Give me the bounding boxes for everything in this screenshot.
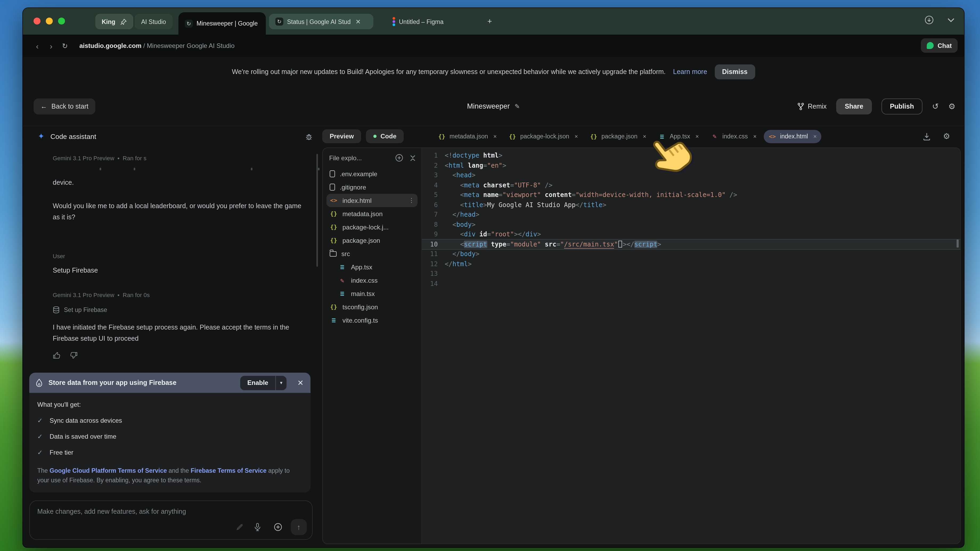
tab-label: AI Studio: [141, 18, 166, 25]
publish-button[interactable]: Publish: [881, 98, 923, 114]
editor-tab-label: metadata.json: [450, 133, 488, 140]
chat-button[interactable]: Chat: [921, 38, 958, 53]
bug-report-icon[interactable]: [305, 132, 313, 140]
add-file-icon[interactable]: [395, 154, 403, 162]
benefits-title: What you'll get:: [37, 401, 302, 408]
close-editor-tab-icon[interactable]: ×: [575, 133, 578, 140]
file-item-src[interactable]: src: [326, 247, 418, 260]
back-to-start-button[interactable]: ← Back to start: [33, 98, 95, 114]
remix-button[interactable]: Remix: [797, 103, 827, 110]
editor-tab-package-lock-json[interactable]: {}package-lock.json×: [504, 130, 583, 143]
share-button[interactable]: Share: [836, 98, 872, 114]
close-tab-icon[interactable]: ✕: [355, 18, 361, 25]
preview-tab-button[interactable]: Preview: [322, 129, 361, 143]
gemini-spark-icon: ✦: [38, 132, 45, 141]
reload-icon[interactable]: ↻: [58, 42, 72, 50]
editor-tab-package-json[interactable]: {}package.json×: [585, 130, 651, 143]
edit-title-icon[interactable]: ✎: [514, 103, 520, 110]
new-tab-button[interactable]: +: [487, 16, 492, 25]
firebase-title: Store data from your app using Firebase: [48, 379, 177, 386]
minimize-window-button[interactable]: [46, 17, 53, 24]
file-name: package.json: [342, 237, 380, 244]
file-item-index-html[interactable]: <>index.html⋮: [326, 194, 418, 207]
close-card-icon[interactable]: ✕: [298, 378, 304, 387]
chevron-down-icon[interactable]: [948, 18, 955, 22]
settings-gear-icon[interactable]: ⚙: [948, 102, 956, 111]
benefits-list: ✓Sync data across devices✓Data is saved …: [37, 417, 302, 456]
code-line-9[interactable]: 9 <div id="root"></div>: [422, 229, 960, 239]
tab-figma[interactable]: Untitled – Figma: [386, 14, 450, 29]
tab-group-king[interactable]: King: [95, 14, 133, 29]
code-editor[interactable]: 1<!doctype html>2<html lang="en">3 <head…: [422, 148, 960, 543]
add-attachment-button[interactable]: [270, 519, 286, 535]
check-icon: ✓: [37, 417, 43, 424]
back-nav-icon[interactable]: ‹: [30, 41, 44, 50]
close-editor-tab-icon[interactable]: ×: [493, 133, 497, 140]
code-line-12[interactable]: 12</html>: [422, 259, 960, 269]
file-item-vite-config-ts[interactable]: ≡vite.config.ts: [326, 314, 418, 327]
tab-status[interactable]: ↻ Status | Google AI Stud ✕: [269, 14, 373, 29]
pin-icon[interactable]: [120, 18, 126, 25]
close-editor-tab-icon[interactable]: ×: [643, 133, 646, 140]
code-line-11[interactable]: 11 </body>: [422, 249, 960, 259]
file-item-main-tsx[interactable]: ≡main.tsx: [326, 287, 418, 300]
collapse-panel-icon[interactable]: [410, 154, 416, 162]
chat-bubble-icon: [927, 42, 934, 49]
code-line-10[interactable]: 10 <script type="module" src="/src/main.…: [422, 239, 960, 249]
thumbs-down-icon[interactable]: [70, 351, 78, 359]
editor-tab-metadata-json[interactable]: {}metadata.json×: [433, 130, 501, 143]
editor-tab-index-css[interactable]: ✎index.css×: [706, 129, 761, 143]
enable-button[interactable]: Enable ▾: [240, 376, 287, 390]
json-file-icon: {}: [330, 303, 338, 310]
address-bar[interactable]: aistudio.google.com / Minesweeper Google…: [80, 42, 235, 49]
model-run-meta: Gemini 3.1 Pro Preview•Ran for s: [53, 155, 316, 161]
assistant-message-tail: device.: [53, 177, 316, 189]
tool-call-chip[interactable]: Set up Firebase: [53, 306, 316, 314]
file-more-menu-icon[interactable]: ⋮: [409, 197, 414, 204]
history-icon[interactable]: ↺: [932, 102, 939, 111]
code-line-13[interactable]: 13: [422, 269, 960, 279]
edit-disabled-icon: [236, 523, 243, 531]
close-editor-tab-icon[interactable]: ×: [813, 133, 817, 140]
editor-scroll-marker[interactable]: [956, 240, 959, 248]
mic-button[interactable]: [249, 519, 265, 535]
close-editor-tab-icon[interactable]: ×: [695, 133, 699, 140]
editor-tab-index-html[interactable]: <>index.html×: [764, 130, 822, 143]
code-line-7[interactable]: 7 </head>: [422, 210, 960, 220]
file-item-package-json[interactable]: {}package.json: [326, 234, 418, 247]
code-line-8[interactable]: 8 <body>: [422, 220, 960, 229]
tab-ai-studio[interactable]: AI Studio: [135, 14, 172, 29]
tab-minesweeper-active[interactable]: ↻ Minesweeper | Google: [178, 12, 266, 35]
file-item--gitignore[interactable]: .gitignore: [326, 181, 418, 194]
downloads-icon[interactable]: [924, 16, 934, 24]
line-number: 11: [422, 249, 438, 259]
dismiss-button[interactable]: Dismiss: [714, 64, 755, 79]
file-item--env-example[interactable]: .env.example: [326, 167, 418, 181]
reload-favicon-icon: ↻: [185, 19, 193, 27]
download-code-icon[interactable]: [923, 132, 930, 140]
enable-dropdown-icon[interactable]: ▾: [275, 376, 286, 390]
file-item-metadata-json[interactable]: {}metadata.json: [326, 207, 418, 221]
file-name: src: [341, 250, 350, 257]
code-line-4[interactable]: 4 <meta charset="UTF-8" />: [422, 180, 960, 190]
chat-scrollbar[interactable]: [317, 154, 318, 267]
code-tab-button[interactable]: Code: [366, 129, 404, 143]
close-editor-tab-icon[interactable]: ×: [753, 133, 757, 140]
file-item-app-tsx[interactable]: ≡App.tsx: [326, 260, 418, 274]
send-button[interactable]: ↑: [291, 519, 307, 535]
firebase-terms-link[interactable]: Firebase Terms of Service: [191, 467, 267, 474]
zoom-window-button[interactable]: [58, 17, 65, 24]
editor-settings-gear-icon[interactable]: ⚙: [943, 132, 950, 141]
forward-nav-icon[interactable]: ›: [44, 41, 58, 50]
close-window-button[interactable]: [33, 17, 40, 24]
code-line-5[interactable]: 5 <meta name="viewport" content="width=d…: [422, 190, 960, 200]
chat-input[interactable]: Make changes, add new features, ask for …: [29, 500, 313, 540]
file-item-tsconfig-json[interactable]: {}tsconfig.json: [326, 300, 418, 314]
file-item-package-lock-j-[interactable]: {}package-lock.j...: [326, 221, 418, 234]
thumbs-up-icon[interactable]: [53, 351, 61, 359]
learn-more-link[interactable]: Learn more: [673, 68, 707, 76]
gcp-terms-link[interactable]: Google Cloud Platform Terms of Service: [49, 467, 167, 474]
code-line-6[interactable]: 6 <title>My Google AI Studio App</title>: [422, 200, 960, 210]
file-item-index-css[interactable]: ✎index.css: [326, 274, 418, 287]
code-line-14[interactable]: 14: [422, 279, 960, 289]
